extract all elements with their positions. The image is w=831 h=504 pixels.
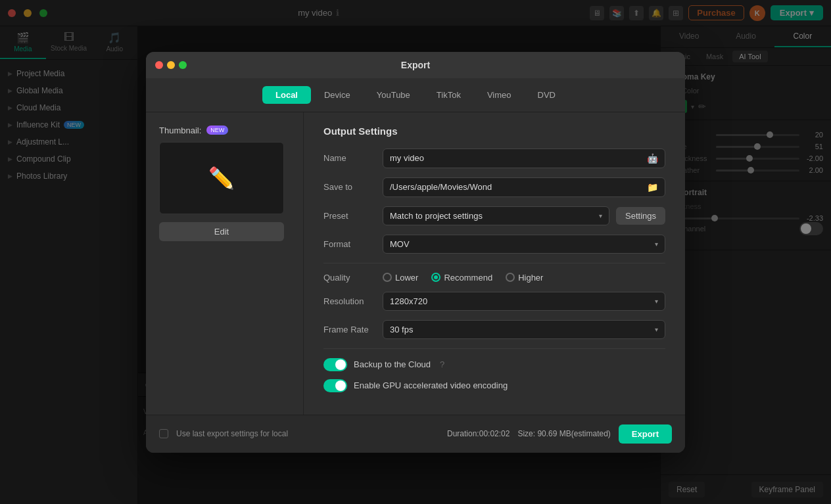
format-select[interactable]: MOV ▾	[383, 235, 665, 254]
save-to-input-container: 📁	[383, 177, 665, 197]
duration-info: Duration:00:02:02	[447, 429, 510, 438]
quality-higher[interactable]: Higher	[506, 273, 543, 283]
preset-label: Preset	[323, 211, 383, 221]
modal-tab-youtube[interactable]: YouTube	[364, 86, 423, 104]
format-value: MOV	[390, 239, 410, 249]
modal-body: Thumbnail: NEW ✏️ Edit Output Settings N…	[146, 112, 685, 415]
modal-minimize-button[interactable]	[167, 61, 175, 69]
chevron-down-icon: ▾	[655, 326, 658, 333]
export-modal: Export Local Device YouTube TikTok Vimeo…	[146, 52, 685, 453]
settings-button[interactable]: Settings	[616, 207, 665, 225]
quality-lower[interactable]: Lower	[383, 273, 418, 283]
frame-rate-value: 30 fps	[390, 325, 413, 334]
resolution-select[interactable]: 1280x720 ▾	[383, 292, 665, 311]
radio-dot	[434, 275, 438, 279]
save-to-row: Save to 📁	[323, 177, 665, 197]
modal-traffic-lights	[155, 61, 187, 69]
backup-toggle-row: Backup to the Cloud ?	[323, 358, 665, 371]
modal-overlay: Export Local Device YouTube TikTok Vimeo…	[0, 0, 831, 504]
chevron-down-icon: ▾	[655, 241, 658, 248]
settings-divider	[323, 263, 665, 263]
preset-row: Preset Match to project settings ▾ Setti…	[323, 206, 665, 225]
frame-rate-select[interactable]: 30 fps ▾	[383, 320, 665, 339]
frame-rate-label: Frame Rate	[323, 325, 383, 334]
modal-tab-local[interactable]: Local	[262, 86, 311, 104]
resolution-label: Resolution	[323, 296, 383, 306]
settings-divider2	[323, 348, 665, 349]
name-row: Name 🤖	[323, 149, 665, 168]
thumbnail-preview: ✏️	[159, 142, 284, 214]
last-settings-checkbox[interactable]	[159, 429, 168, 438]
modal-close-button[interactable]	[155, 61, 163, 69]
ai-icon[interactable]: 🤖	[647, 153, 658, 164]
backup-toggle[interactable]	[323, 358, 347, 371]
radio-lower-circle	[383, 273, 392, 282]
modal-tab-tiktok[interactable]: TikTok	[423, 86, 474, 104]
name-input-container: 🤖	[383, 149, 665, 168]
modal-footer: Use last export settings for local Durat…	[146, 415, 685, 453]
name-label: Name	[323, 153, 383, 163]
save-to-input[interactable]	[390, 182, 638, 192]
modal-maximize-button[interactable]	[179, 61, 187, 69]
settings-panel: Output Settings Name 🤖 Save to 📁	[304, 112, 685, 415]
chevron-down-icon: ▾	[599, 212, 602, 219]
gpu-toggle-row: Enable GPU accelerated video encoding	[323, 379, 665, 392]
save-to-label: Save to	[323, 182, 383, 192]
preset-select[interactable]: Match to project settings ▾	[383, 206, 609, 225]
edit-thumbnail-button[interactable]: Edit	[159, 222, 284, 241]
quality-options: Lower Recommend Higher	[383, 273, 543, 283]
resolution-row: Resolution 1280x720 ▾	[323, 292, 665, 311]
preset-value: Match to project settings	[390, 211, 483, 221]
thumbnail-panel: Thumbnail: NEW ✏️ Edit	[146, 112, 304, 415]
radio-higher-circle	[506, 273, 515, 282]
frame-rate-row: Frame Rate 30 fps ▾	[323, 320, 665, 339]
folder-icon[interactable]: 📁	[647, 182, 658, 193]
pencil-icon: ✏️	[208, 166, 235, 191]
quality-recommend[interactable]: Recommend	[431, 273, 492, 283]
output-settings-title: Output Settings	[323, 126, 665, 137]
backup-label: Backup to the Cloud	[354, 359, 431, 369]
format-row: Format MOV ▾	[323, 235, 665, 254]
modal-tab-dvd[interactable]: DVD	[525, 86, 569, 104]
quality-row: Quality Lower Recommend	[323, 273, 665, 283]
gpu-toggle[interactable]	[323, 379, 347, 392]
modal-tab-vimeo[interactable]: Vimeo	[474, 86, 525, 104]
chevron-down-icon: ▾	[655, 298, 658, 305]
gpu-label: Enable GPU accelerated video encoding	[354, 380, 508, 390]
toggle-knob-gpu	[335, 380, 346, 391]
thumbnail-label: Thumbnail: NEW	[159, 126, 228, 135]
toggle-knob-backup	[335, 359, 346, 370]
export-button[interactable]: Export	[619, 424, 672, 444]
help-icon[interactable]: ?	[440, 359, 444, 369]
format-label: Format	[323, 239, 383, 249]
quality-label: Quality	[323, 273, 383, 283]
thumbnail-new-badge: NEW	[206, 126, 228, 135]
modal-tab-device[interactable]: Device	[311, 86, 364, 104]
modal-titlebar: Export	[146, 52, 685, 78]
last-settings-label: Use last export settings for local	[176, 429, 288, 438]
resolution-value: 1280x720	[390, 296, 427, 306]
size-info: Size: 90.69 MB(estimated)	[517, 429, 610, 438]
name-input[interactable]	[390, 153, 638, 163]
modal-title: Export	[401, 60, 430, 70]
radio-recommend-circle	[431, 273, 440, 282]
modal-tabs: Local Device YouTube TikTok Vimeo DVD	[146, 78, 685, 112]
